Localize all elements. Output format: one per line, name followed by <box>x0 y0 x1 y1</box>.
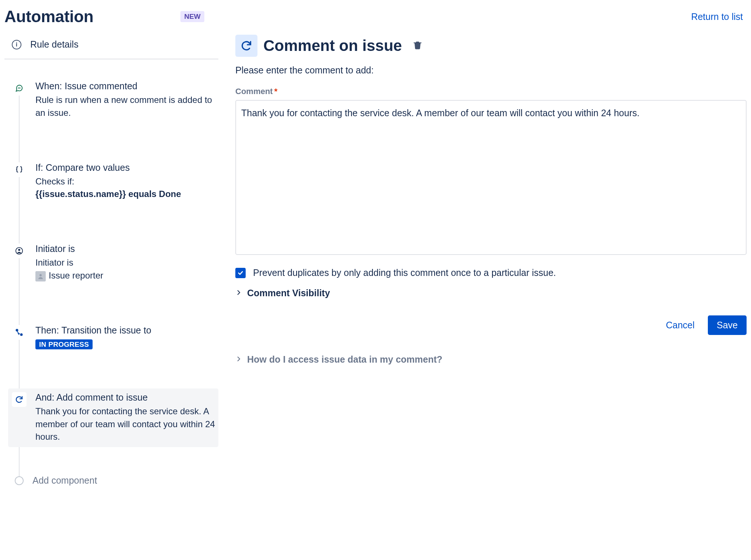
comment-icon <box>12 81 27 96</box>
visibility-label: Comment Visibility <box>247 288 330 298</box>
step-desc: Rule is run when a new comment is added … <box>35 94 215 120</box>
prompt-text: Please enter the comment to add: <box>235 65 747 76</box>
step-desc-bold: {{issue.status.name}} equals Done <box>35 188 215 201</box>
step-transition[interactable]: Then: Transition the issue to IN PROGRES… <box>12 321 218 353</box>
step-body: And: Add comment to issue Thank you for … <box>35 392 215 443</box>
step-body: If: Compare two values Checks if: {{issu… <box>35 162 215 201</box>
info-icon: i <box>12 40 21 49</box>
page-header: Automation NEW Return to list <box>4 7 747 32</box>
add-component-button[interactable]: Add component <box>12 474 218 486</box>
cancel-button[interactable]: Cancel <box>666 320 695 331</box>
help-expander[interactable]: How do I access issue data in my comment… <box>235 354 747 365</box>
step-desc-person: Issue reporter <box>35 269 215 282</box>
main-header: Comment on issue <box>235 35 747 57</box>
comment-textarea[interactable] <box>235 100 747 255</box>
user-icon <box>12 243 27 258</box>
status-lozenge: IN PROGRESS <box>35 339 93 349</box>
add-component-label: Add component <box>32 475 97 486</box>
sidebar: i Rule details When: Issue commented Rul… <box>4 32 218 486</box>
step-desc-prefix: Initiator is <box>35 256 215 269</box>
refresh-icon <box>12 392 27 407</box>
chevron-right-icon <box>235 289 242 297</box>
prevent-duplicates-checkbox[interactable] <box>235 268 246 278</box>
help-label: How do I access issue data in my comment… <box>247 354 442 365</box>
comment-label: Comment* <box>235 87 747 96</box>
step-title: Initiator is <box>35 243 215 254</box>
avatar-icon <box>35 271 46 281</box>
transition-icon <box>12 325 27 340</box>
rule-steps: When: Issue commented Rule is run when a… <box>4 59 218 486</box>
step-when[interactable]: When: Issue commented Rule is run when a… <box>12 77 218 123</box>
step-desc-prefix: Checks if: <box>35 175 215 188</box>
required-asterisk: * <box>274 87 277 96</box>
step-body: Initiator is Initiator is Issue reporter <box>35 243 215 282</box>
add-circle-icon <box>15 476 24 485</box>
page-title: Automation <box>4 7 93 26</box>
header-left: Automation NEW <box>4 7 204 26</box>
rule-details-link[interactable]: i Rule details <box>4 32 218 59</box>
main-title: Comment on issue <box>263 37 402 55</box>
main-panel: Comment on issue Please enter the commen… <box>235 32 747 365</box>
refresh-icon <box>235 35 257 57</box>
buttons-row: Cancel Save <box>235 315 747 335</box>
step-title: When: Issue commented <box>35 81 215 91</box>
step-add-comment[interactable]: And: Add comment to issue Thank you for … <box>8 388 218 447</box>
step-initiator[interactable]: Initiator is Initiator is Issue reporter <box>12 240 218 286</box>
svg-point-2 <box>18 249 20 251</box>
save-button[interactable]: Save <box>708 315 747 335</box>
step-if[interactable]: If: Compare two values Checks if: {{issu… <box>12 159 218 205</box>
step-body: When: Issue commented Rule is run when a… <box>35 81 215 120</box>
braces-icon <box>12 162 27 177</box>
chevron-right-icon <box>235 356 242 364</box>
person-name: Issue reporter <box>49 270 103 280</box>
return-to-list-link[interactable]: Return to list <box>691 11 743 22</box>
svg-point-3 <box>39 274 42 276</box>
prevent-duplicates-label: Prevent duplicates by only adding this c… <box>253 267 556 278</box>
prevent-duplicates-row: Prevent duplicates by only adding this c… <box>235 267 747 278</box>
step-desc: Thank you for contacting the service des… <box>35 405 215 443</box>
step-body: Then: Transition the issue to IN PROGRES… <box>35 325 215 349</box>
step-title: If: Compare two values <box>35 162 215 173</box>
step-title: Then: Transition the issue to <box>35 325 215 336</box>
comment-label-text: Comment <box>235 87 273 96</box>
new-badge: NEW <box>180 11 204 22</box>
comment-visibility-expander[interactable]: Comment Visibility <box>235 288 747 298</box>
rule-details-label: Rule details <box>30 39 79 50</box>
layout: i Rule details When: Issue commented Rul… <box>4 32 747 486</box>
svg-point-5 <box>21 333 23 335</box>
step-title: And: Add comment to issue <box>35 392 215 403</box>
delete-button[interactable] <box>412 40 423 52</box>
